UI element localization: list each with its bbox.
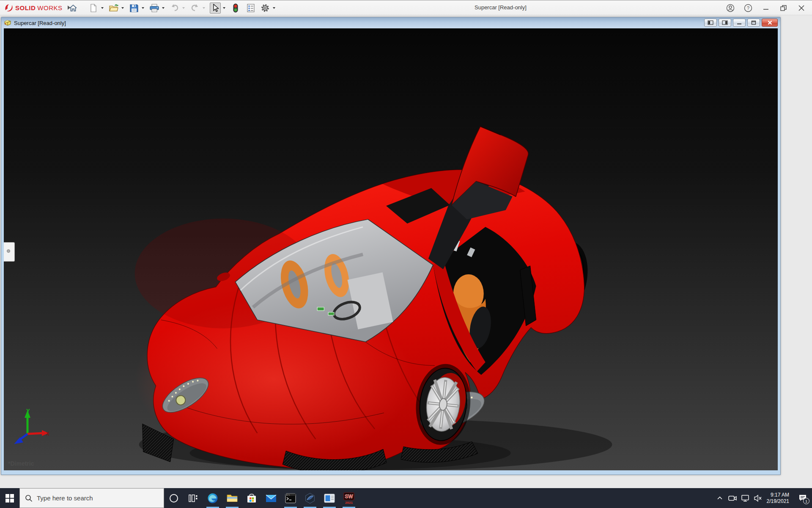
task-view-icon [189,494,198,503]
store-icon [247,493,257,504]
taskbar-app-mail[interactable] [261,488,281,508]
feature-panel-flyout-tab[interactable] [4,242,15,262]
quick-access-toolbar [68,0,279,16]
taskbar-app-solidworks-2021[interactable]: SW 2021 [339,488,359,508]
tray-show-hidden-icons[interactable] [713,488,726,508]
doc-close-icon [767,20,773,25]
clock-date: 2/19/2021 [767,498,789,505]
rebuild-button[interactable] [230,3,241,14]
tray-volume-muted[interactable] [752,488,764,508]
triad-x-label: X [46,431,49,437]
save-dropdown[interactable] [140,3,145,14]
undo-icon [170,4,179,12]
document-window-controls [704,19,778,27]
save-icon [130,4,138,12]
taskbar-app-news-window[interactable] [320,488,339,508]
document-titlebar[interactable]: Supercar [Read-only] [1,17,780,28]
mail-icon [266,493,277,503]
ds-logo-icon [4,3,14,12]
doc-restore-icon [751,20,757,25]
view-orientation-label: *Dimetric [8,460,34,467]
meet-now-camera-icon [728,494,737,502]
taskbar-app-file-explorer[interactable] [222,488,242,508]
doc-close-button[interactable] [762,19,778,27]
action-center-button[interactable]: 1 [793,488,812,508]
cortana-icon [169,494,178,503]
doc-restore-button[interactable] [747,19,760,27]
select-tool-button[interactable] [210,3,221,14]
news-window-icon [324,493,335,503]
open-dropdown[interactable] [120,3,125,14]
solidworks-2021-icon: SW 2021 [343,492,355,505]
taskbar-app-store[interactable] [242,488,261,508]
flyout-tab-dot-icon [7,249,10,253]
doc-pane-right-button[interactable] [719,19,731,27]
close-icon [798,5,805,11]
supercar-3d-model[interactable] [4,28,778,470]
solidworks-logo: SOLIDWORKS [4,3,70,12]
options-dropdown[interactable] [272,3,277,14]
search-input[interactable] [37,494,151,502]
account-button[interactable] [723,2,738,14]
file-properties-button[interactable] [245,3,256,14]
task-view-button[interactable] [184,488,203,508]
triad-y-label: Y [26,408,30,414]
document-title: Supercar [Read-only] [14,20,66,26]
part-document-icon [4,19,11,26]
cmd-titlebar-label: C:\ [286,494,290,496]
chevron-up-icon [716,495,723,502]
home-icon [69,4,77,12]
minimize-button[interactable] [759,2,773,14]
search-icon [25,494,33,502]
print-icon [150,4,159,12]
doc-pane-left-button[interactable] [704,19,717,27]
command-prompt-icon: C:\ [285,493,296,504]
print-dropdown[interactable] [161,3,166,14]
app-title: Supercar [Read-only] [475,4,527,11]
file-properties-icon [247,4,255,12]
doc-minimize-button[interactable] [733,19,746,27]
file-explorer-icon [227,493,238,504]
taskbar: C:\ SW 2021 [0,488,812,508]
tray-network[interactable] [739,488,752,508]
brand-text-bold: SOLID [15,4,36,11]
undo-button[interactable] [169,3,180,14]
options-gear-icon [261,3,270,13]
save-button[interactable] [129,3,140,14]
graphics-viewport[interactable]: Y X *Dimetric [4,28,778,470]
app-titlebar: SOLIDWORKS [0,0,812,15]
window-controls: ? [723,0,809,16]
home-button[interactable] [68,3,79,14]
ethernet-network-icon [741,494,749,502]
restore-icon [780,4,787,12]
open-button[interactable] [108,3,119,14]
taskbar-app-edge[interactable] [203,488,222,508]
help-button[interactable]: ? [741,2,755,14]
undo-dropdown[interactable] [181,3,186,14]
new-document-dropdown[interactable] [100,3,105,14]
start-button[interactable] [0,488,19,508]
sw-year: 2021 [345,501,353,505]
taskbar-app-command-prompt[interactable]: C:\ [281,488,300,508]
options-button[interactable] [260,3,271,14]
taskbar-app-3dexperience[interactable] [300,488,320,508]
document-window: Supercar [Read-only] [1,17,781,475]
tray-clock[interactable]: 9:17 AM 2/19/2021 [764,492,793,505]
tray-meet-now[interactable] [726,488,739,508]
orientation-triad: Y X [11,408,49,447]
redo-icon [190,4,200,12]
redo-button[interactable] [189,3,200,14]
new-document-button[interactable] [88,3,99,14]
cortana-button[interactable] [164,488,184,508]
print-button[interactable] [149,3,160,14]
sw-letters: SW [345,494,353,500]
redo-dropdown[interactable] [201,3,206,14]
taskbar-search[interactable] [19,488,164,508]
svg-text:?: ? [747,6,749,11]
select-cursor-icon [211,4,219,12]
select-dropdown[interactable] [222,3,227,14]
restore-button[interactable] [776,2,791,14]
account-icon [726,4,735,12]
help-icon: ? [744,4,752,12]
close-button[interactable] [794,2,809,14]
